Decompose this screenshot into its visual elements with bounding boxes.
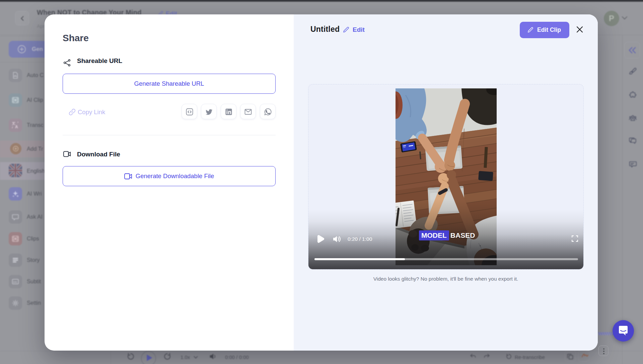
svg-text:A: A [15,125,18,129]
svg-text:CC: CC [13,281,17,284]
